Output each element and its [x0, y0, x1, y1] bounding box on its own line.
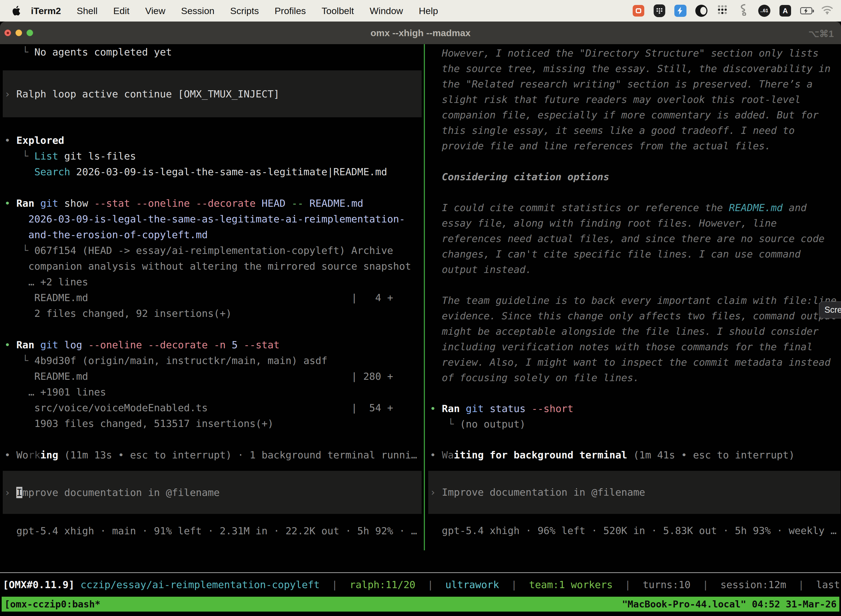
agent-transcript-left: • Explored └ List git ls-files Search 20…	[0, 132, 424, 463]
terminal-line: └ No agents completed yet	[0, 44, 424, 60]
pie-chart-icon[interactable]	[695, 5, 708, 17]
terminal-line: essay file, along with finding root file…	[425, 216, 841, 231]
terminal-line: … +1901 lines	[0, 384, 424, 400]
keypad-shield-icon[interactable]	[653, 5, 665, 17]
terminal-line: evidence. Since this change only affects…	[425, 308, 841, 324]
terminal-line: └ 067f154 (HEAD -> essay/ai-reimplementa…	[0, 243, 424, 258]
squiggle-icon[interactable]	[737, 5, 749, 17]
terminal-line: • Waiting for background terminal (1m 41…	[425, 447, 841, 463]
menu-item-view[interactable]: View	[145, 6, 165, 16]
terminal-line: • Ran git log --oneline --decorate -n 5 …	[0, 337, 424, 353]
terminal-line: Search 2026-03-09-is-legal-the-same-as-l…	[0, 164, 424, 180]
terminal-line	[425, 185, 841, 200]
percent-badge-icon[interactable]: ..61	[758, 5, 771, 17]
prompt-input-right[interactable]: › Improve documentation in @filename	[428, 471, 841, 514]
menu-item-toolbelt[interactable]: Toolbelt	[322, 6, 354, 16]
window-title: omx --xhigh --madmax	[371, 28, 471, 38]
screen-floating-button[interactable]: Scre	[819, 301, 841, 318]
dots-grid-icon[interactable]	[716, 5, 728, 17]
terminal-line: [OMX#0.11.9] cczip/essay/ai-reimplementa…	[0, 577, 841, 593]
terminal-line: the source tree, missing the essay. Stil…	[425, 61, 841, 76]
terminal-line: including verification notes with those …	[425, 339, 841, 355]
terminal-line: › Improve documentation in @filename	[3, 485, 422, 500]
a-square-icon[interactable]: A	[779, 5, 791, 17]
terminal-content: └ No agents completed yet › Ralph loop a…	[0, 44, 841, 572]
menu-item-scripts[interactable]: Scripts	[230, 6, 259, 16]
terminal-line: The team guideline is to back every impo…	[425, 293, 841, 308]
text-cursor: I	[16, 487, 22, 498]
model-status-right: gpt-5.4 xhigh · 96% left · 520K in · 5.8…	[425, 523, 841, 538]
terminal-line	[425, 432, 841, 447]
terminal-line: src/voice/voiceModeEnabled.ts | 54 +	[0, 400, 424, 416]
terminal-line	[0, 180, 424, 195]
window-shortcut-badge: ⌥⌘1	[809, 28, 834, 39]
minimize-button[interactable]	[15, 29, 22, 36]
terminal-line: 1903 files changed, 513517 insertions(+)	[0, 416, 424, 431]
menu-status-icons: ..61A	[632, 0, 833, 22]
agent-status-lines: └ No agents completed yet	[0, 44, 424, 60]
terminal-line: the "Related research writing" section i…	[425, 76, 841, 92]
tmux-session-label: [omx-cczip0:bash*	[4, 598, 100, 610]
apple-menu-icon[interactable]	[12, 6, 21, 16]
zoom-button[interactable]	[26, 29, 33, 36]
tmux-host-clock: "MacBook-Pro-44.local" 04:52 31-Mar-26	[622, 598, 837, 610]
terminal-line: └ 4b9d30f (origin/main, instructkr/main,…	[0, 353, 424, 368]
prompt-input-left[interactable]: › Improve documentation in @filename	[3, 471, 422, 514]
terminal-line: output instead.	[425, 262, 841, 277]
inject-banner: › Ralph loop active continue [OMX_TMUX_I…	[3, 70, 422, 117]
terminal-line: and-the-erosion-of-copyleft.md	[0, 227, 424, 243]
terminal-line: Considering citation options	[425, 169, 841, 185]
menu-bar: iTerm2ShellEditViewSessionScriptsProfile…	[0, 0, 841, 22]
terminal-line: references need actual files, and since …	[425, 231, 841, 246]
screen-floating-button-label: Scre	[825, 305, 841, 315]
terminal-line: └ (no output)	[425, 417, 841, 432]
menu-item-profiles[interactable]: Profiles	[274, 6, 306, 16]
terminal-line	[425, 277, 841, 293]
tmux-pane-left[interactable]: └ No agents completed yet › Ralph loop a…	[0, 44, 424, 550]
terminal-line	[425, 154, 841, 169]
terminal-line: companion file, especially if more comme…	[425, 107, 841, 123]
terminal-line: companion analysis without altering the …	[0, 258, 424, 274]
terminal-line	[0, 321, 424, 337]
window-titlebar[interactable]: omx --xhigh --madmax ⌥⌘1	[0, 22, 841, 44]
messages-icon[interactable]	[632, 5, 645, 17]
tmux-status-bar: [omx-cczip0:bash* "MacBook-Pro-44.local"…	[1, 597, 840, 612]
terminal-line	[0, 431, 424, 447]
menu-item-iterm2[interactable]: iTerm2	[31, 6, 61, 16]
terminal-line: › Ralph loop active continue [OMX_TMUX_I…	[3, 86, 422, 102]
terminal-line: … +2 lines	[0, 274, 424, 290]
terminal-line: 2026-03-09-is-legal-the-same-as-legitima…	[0, 211, 424, 227]
model-status-left: gpt-5.4 xhigh · main · 91% left · 2.31M …	[0, 523, 424, 539]
terminal-line	[425, 386, 841, 401]
terminal-line: of focusing solely on file lines.	[425, 370, 841, 386]
close-button[interactable]	[4, 29, 11, 36]
terminal-line: › Improve documentation in @filename	[428, 485, 841, 500]
terminal-line: • Explored	[0, 132, 424, 148]
terminal-line: README.md | 4 +	[0, 290, 424, 305]
terminal-window: omx --xhigh --madmax ⌥⌘1 └ No agents com…	[0, 22, 841, 616]
menu-item-window[interactable]: Window	[370, 6, 403, 16]
terminal-line: provide file and line references from th…	[425, 138, 841, 154]
menu-item-edit[interactable]: Edit	[113, 6, 130, 16]
terminal-line: this single essay, it seems like a good …	[425, 123, 841, 138]
footer-separator	[0, 572, 841, 573]
agent-transcript-right: However, I noticed the "Directory Struct…	[425, 45, 841, 463]
terminal-line: review. Also, I might want to inspect th…	[425, 355, 841, 370]
menu-item-session[interactable]: Session	[181, 6, 214, 16]
wifi-icon[interactable]	[821, 5, 833, 17]
pane-divider[interactable]	[424, 44, 425, 550]
terminal-line: • Working (11m 13s • esc to interrupt) ·…	[0, 447, 424, 463]
tmux-pane-right[interactable]: However, I noticed the "Directory Struct…	[425, 44, 841, 550]
terminal-line: might be acceptable alongside the file l…	[425, 324, 841, 339]
menu-item-shell[interactable]: Shell	[77, 6, 98, 16]
terminal-line: I could cite commit statistics or refere…	[425, 200, 841, 216]
terminal-line: └ List git ls-files	[0, 148, 424, 164]
battery-icon[interactable]	[800, 5, 812, 17]
terminal-line: • Ran git show --stat --oneline --decora…	[0, 195, 424, 211]
terminal-line: slight risk that future readers may over…	[425, 92, 841, 107]
lightning-badge-icon[interactable]	[674, 5, 687, 17]
omx-status-bar: [OMX#0.11.9] cczip/essay/ai-reimplementa…	[0, 577, 841, 593]
terminal-line: However, I noticed the "Directory Struct…	[425, 45, 841, 61]
terminal-line: 2 files changed, 92 insertions(+)	[0, 305, 424, 321]
menu-item-help[interactable]: Help	[419, 6, 438, 16]
